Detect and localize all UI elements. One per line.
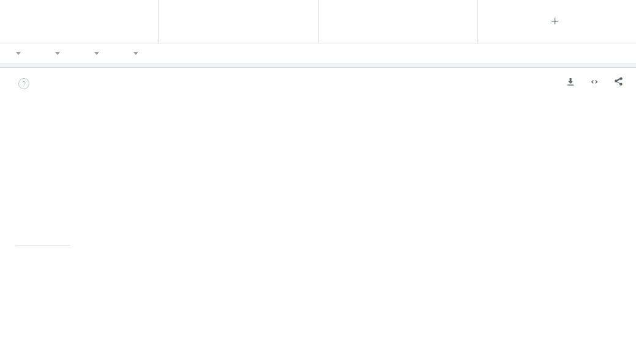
help-icon[interactable]: ? bbox=[18, 78, 29, 89]
chevron-down-icon bbox=[16, 52, 21, 55]
filters-row bbox=[0, 43, 636, 64]
chevron-down-icon bbox=[55, 52, 60, 55]
color-dot-react bbox=[176, 18, 182, 24]
term-card-react[interactable] bbox=[159, 0, 318, 43]
color-dot-angular bbox=[336, 18, 342, 24]
filter-category[interactable] bbox=[89, 52, 99, 55]
line-chart bbox=[86, 117, 624, 249]
filter-search-type[interactable] bbox=[128, 52, 138, 55]
add-comparison-button[interactable]: + bbox=[478, 0, 636, 43]
search-terms-row: + bbox=[0, 0, 636, 43]
term-card-angular[interactable] bbox=[319, 0, 478, 43]
term-card-vue[interactable] bbox=[0, 0, 159, 43]
plus-icon: + bbox=[551, 13, 559, 29]
chevron-down-icon bbox=[133, 52, 138, 55]
embed-icon[interactable] bbox=[588, 76, 601, 90]
download-icon[interactable] bbox=[565, 76, 576, 90]
share-icon[interactable] bbox=[613, 76, 624, 90]
chevron-down-icon bbox=[94, 52, 99, 55]
chart-panel: ? bbox=[0, 68, 636, 255]
average-block bbox=[12, 117, 73, 249]
filter-region[interactable] bbox=[11, 52, 21, 55]
color-dot-vue bbox=[17, 18, 23, 24]
filter-time[interactable] bbox=[50, 52, 60, 55]
